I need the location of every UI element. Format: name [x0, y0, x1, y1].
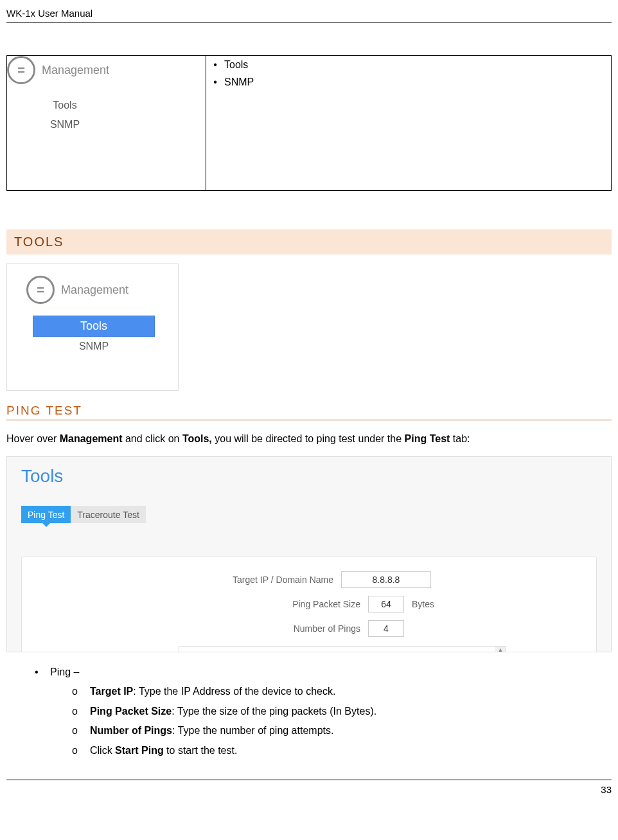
sb-p-3: Click	[90, 745, 115, 756]
intro-b1: Management	[60, 433, 123, 444]
management-table-right-cell: •Tools •SNMP	[206, 56, 612, 191]
management-sub-tools: Tools	[53, 96, 76, 115]
header-rule	[6, 22, 612, 23]
management-sub-snmp: SNMP	[50, 115, 80, 134]
management-table: = Management Tools SNMP •Tools •SNMP	[6, 55, 612, 191]
intro-pre: Hover over	[6, 433, 60, 444]
snmp-item-2[interactable]: SNMP	[26, 341, 161, 352]
sb-b-3: Start Ping	[115, 745, 164, 756]
sb-b-0: Target IP	[90, 686, 133, 697]
management-label: Management	[42, 64, 109, 77]
tools-highlight-item[interactable]: Tools	[33, 316, 155, 337]
tools-panel-title: Tools	[7, 457, 611, 487]
ping-count-input[interactable]	[368, 620, 404, 637]
sub-bullet-start-ping: oClick Start Ping to start the test.	[72, 744, 612, 758]
sb-r-0: : Type the IP Address of the device to c…	[133, 686, 335, 697]
management-sub-2: Tools SNMP	[26, 316, 161, 352]
ping-bullets: •Ping – oTarget IP: Type the IP Address …	[6, 666, 612, 758]
sub-bullet-num-pings: oNumber of Pings: Type the number of pin…	[72, 724, 612, 738]
sb-r-2: : Type the number of ping attempts.	[172, 725, 333, 736]
form-card: Target IP / Domain Name Ping Packet Size…	[21, 557, 597, 652]
tools-panel: Tools Ping Test Traceroute Test Target I…	[6, 456, 612, 652]
ping-top-label: Ping –	[50, 666, 79, 677]
right-item-snmp: •SNMP	[206, 73, 611, 91]
page-header-title: WK-1x User Manual	[6, 6, 612, 22]
management-icon-row-2: = Management	[26, 276, 178, 304]
ping-top-bullet: •Ping – oTarget IP: Type the IP Address …	[35, 666, 612, 758]
form-row-target: Target IP / Domain Name	[22, 571, 596, 588]
form-row-size: Ping Packet Size Bytes	[22, 596, 596, 612]
right-item-tools: •Tools	[206, 56, 611, 73]
management-table-left-cell: = Management Tools SNMP	[7, 56, 206, 191]
intro-mid1: and click on	[123, 433, 182, 444]
ping-count-label: Number of Pings	[168, 623, 360, 634]
ping-test-heading: PING TEST	[6, 404, 612, 420]
packet-size-input[interactable]	[368, 596, 404, 612]
target-ip-label: Target IP / Domain Name	[141, 575, 333, 585]
intro-post: tab:	[450, 433, 470, 444]
sub-bullet-packet-size: oPing Packet Size: Type the size of the …	[72, 704, 612, 719]
intro-mid2: you will be directed to ping test under …	[212, 433, 405, 444]
management-icon: =	[7, 56, 35, 84]
right-item-snmp-label: SNMP	[224, 76, 254, 87]
sb-r-1: : Type the size of the ping packets (In …	[172, 706, 376, 717]
management-label-2: Management	[61, 283, 128, 297]
sb-b-2: Number of Pings	[90, 725, 172, 736]
tab-row: Ping Test Traceroute Test	[21, 506, 611, 523]
management-icon-row: = Management	[7, 56, 206, 84]
form-row-count: Number of Pings	[22, 620, 596, 637]
intro-b3: Ping Test	[405, 433, 450, 444]
results-scrollbar[interactable]: ▲	[495, 647, 506, 652]
intro-b2: Tools,	[182, 433, 212, 444]
sub-bullet-target-ip: oTarget IP: Type the IP Address of the d…	[72, 684, 612, 699]
target-ip-input[interactable]	[341, 571, 431, 588]
management-block-2: = Management Tools SNMP	[6, 264, 179, 391]
right-item-tools-label: Tools	[224, 59, 248, 70]
results-box: ▲	[179, 646, 506, 652]
tab-ping-test[interactable]: Ping Test	[21, 506, 71, 523]
sb-b-1: Ping Packet Size	[90, 706, 172, 717]
tools-section-heading: TOOLS	[6, 229, 612, 255]
packet-size-label: Ping Packet Size	[168, 599, 360, 609]
ping-test-intro: Hover over Management and click on Tools…	[6, 432, 612, 446]
management-subitems: Tools SNMP	[7, 96, 123, 135]
tab-traceroute-test[interactable]: Traceroute Test	[71, 506, 146, 523]
management-icon-2: =	[26, 276, 55, 304]
sb-r-3: to start the test.	[164, 745, 238, 756]
page-number: 33	[6, 780, 612, 795]
packet-size-unit: Bytes	[412, 599, 450, 609]
